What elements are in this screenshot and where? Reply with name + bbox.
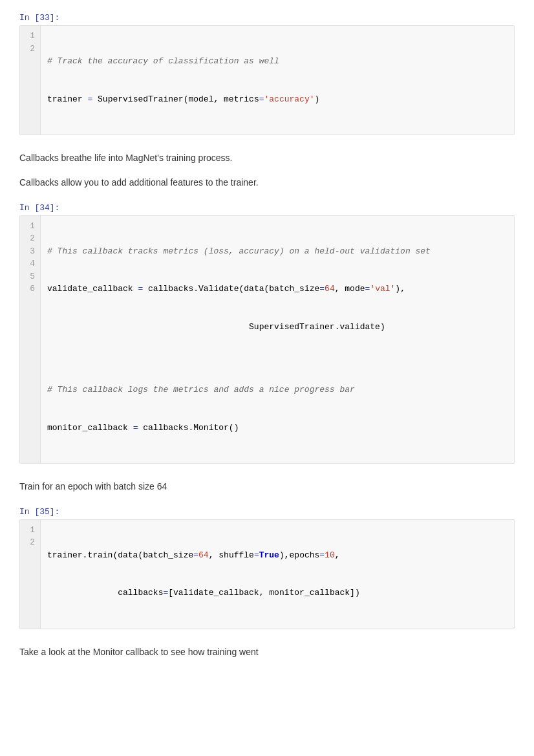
prose-2: Callbacks allow you to add additional fe… [19,175,515,189]
cell-33: In [33]: 1 2 # Track the accuracy of cla… [19,13,515,135]
cell-35-code: 1 2 trainer.train(data(batch_size=64, sh… [19,519,515,629]
code-content-34: # This callback tracks metrics (loss, ac… [41,216,514,464]
cell-35-label: In [35]: [19,507,515,517]
cell-34: In [34]: 1 2 3 4 5 6 # This callback tra… [19,203,515,464]
code-content-35: trainer.train(data(batch_size=64, shuffl… [41,520,514,629]
code-content-33: # Track the accuracy of classification a… [41,26,514,135]
prose-4: Take a look at the Monitor callback to s… [19,645,515,659]
cell-35: In [35]: 1 2 trainer.train(data(batch_si… [19,507,515,629]
cell-33-label: In [33]: [19,13,515,23]
cell-34-code: 1 2 3 4 5 6 # This callback tracks metri… [19,215,515,464]
prose-3: Train for an epoch with batch size 64 [19,479,515,493]
cell-33-code: 1 2 # Track the accuracy of classificati… [19,25,515,135]
prose-1: Callbacks breathe life into MagNet's tra… [19,151,515,165]
line-numbers-33: 1 2 [20,26,41,135]
line-numbers-34: 1 2 3 4 5 6 [20,216,41,464]
line-numbers-35: 1 2 [20,520,41,629]
cell-34-label: In [34]: [19,203,515,213]
